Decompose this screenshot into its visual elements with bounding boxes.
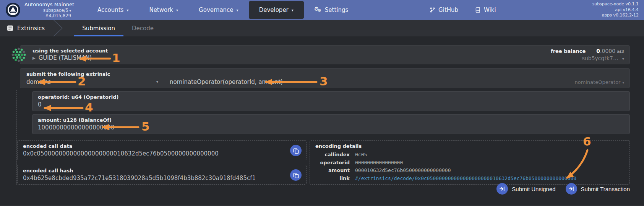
free-balance-line: free balance0.0000ai3 <box>551 48 624 54</box>
selected-account[interactable]: ▶ GUIDE (TALISMAN) <box>32 54 629 61</box>
extrinsic-card: submit the following extrinsic domains ▾… <box>20 68 630 88</box>
encoding-row-link: link #/extrinsics/decode/0x0c05000000000… <box>315 175 624 183</box>
param-operatorid-input[interactable]: 0 <box>38 101 624 108</box>
main-nav: Accounts ▾ Network ▾ Governance ▾ Develo… <box>87 0 358 20</box>
pallet-select[interactable]: domains ▾ <box>26 79 164 85</box>
method-select-short[interactable]: nominateOperator▾ <box>575 79 625 85</box>
param-operatorid: operatorId: u64 (OperatorId) 0 <box>32 91 630 111</box>
main-content: using the selected account ▶ GUIDE (TALI… <box>0 36 644 206</box>
account-address-dropdown[interactable]: sub5ycgtk7…▾ <box>551 55 624 61</box>
top-nav-bar: Autonomys Mainnet subspace/5▾ #4,015,829… <box>0 0 644 20</box>
sign-in-icon <box>566 183 577 195</box>
encoded-call-hash-value: 0x4b625e8cbded935a72c71e5318039028a5d5b1… <box>23 175 301 182</box>
chevron-down-icon: ▾ <box>156 80 158 84</box>
page-tab-bar: Extrinsics Submission Decode <box>0 20 644 36</box>
version-info: subspace-node v0.1.1 api v16.4.4 apps v0… <box>592 2 639 18</box>
encoded-call-hash-label: encoded call hash <box>23 168 301 174</box>
encoded-call-hash-box: encoded call hash 0x4b625e8cbded935a72c7… <box>17 165 307 185</box>
nav-item-network[interactable]: Network ▾ <box>139 0 188 20</box>
param-operatorid-label: operatorId: u64 (OperatorId) <box>38 94 624 100</box>
params-indent-outline <box>27 91 27 134</box>
decode-link[interactable]: #/extrinsics/decode/0x0c0500000000000000… <box>355 175 576 183</box>
node-version: subspace-node v0.1.1 <box>592 2 639 7</box>
copy-call-data-button[interactable] <box>290 145 302 156</box>
encoding-details-rows: callindex 0c05 operatorid 00000000000000… <box>315 151 624 182</box>
submit-unsigned-button[interactable]: Submit Unsigned <box>496 183 555 195</box>
runtime-version[interactable]: subspace/5▾ <box>24 8 71 13</box>
api-version: api v16.4.4 <box>592 7 639 13</box>
encoded-call-data-label: encoded call data <box>23 143 301 149</box>
copy-call-hash-button[interactable] <box>290 169 302 181</box>
tabs: Submission Decode <box>74 20 162 36</box>
extrinsics-icon <box>7 25 13 31</box>
param-amount-input[interactable]: 100000000000000000000 <box>38 124 624 131</box>
book-icon <box>475 7 481 13</box>
apps-version: apps v0.162.2-12 <box>592 13 639 18</box>
account-card: using the selected account ▶ GUIDE (TALI… <box>20 45 630 64</box>
balance-integer: 0 <box>596 48 600 54</box>
wiki-link[interactable]: Wiki <box>467 7 504 13</box>
chevron-down-icon: ▾ <box>127 8 128 12</box>
chevron-down-icon: ▾ <box>622 57 624 61</box>
encoding-row-amount: amount 000010632d5ec76b0500000000000000 <box>315 167 624 175</box>
balance-fraction: .0000 <box>600 48 615 54</box>
encoding-row-callindex: callindex 0c05 <box>315 151 624 159</box>
encoding-details-title: encoding details <box>315 143 624 149</box>
chevron-down-icon: ▾ <box>69 9 71 13</box>
pallet-select-value: domains <box>26 79 51 85</box>
account-main: using the selected account ▶ GUIDE (TALI… <box>20 46 629 61</box>
autonomys-logo-icon[interactable] <box>5 2 21 18</box>
sign-in-icon <box>496 183 508 195</box>
chevron-down-icon: ▾ <box>237 8 238 12</box>
method-signature: nominateOperator(operatorId, amount) <box>170 79 283 85</box>
free-balance-label: free balance <box>551 48 586 54</box>
nav-item-governance[interactable]: Governance ▾ <box>188 0 249 20</box>
encoding-row-operatorid: operatorid 0000000000000000 <box>315 159 624 167</box>
tab-submission[interactable]: Submission <box>74 20 123 36</box>
nav-item-accounts[interactable]: Accounts ▾ <box>87 0 139 20</box>
network-name: Autonomys Mainnet <box>24 2 71 8</box>
chevron-down-icon: ▾ <box>176 8 178 12</box>
header-right: GitHub Wiki subspace-node v0.1.1 api v16… <box>421 0 644 20</box>
extrinsic-section-label: submit the following extrinsic <box>26 71 110 77</box>
account-identicon[interactable] <box>11 47 26 62</box>
section-title-label: Extrinsics <box>17 25 45 32</box>
gear-icon: ⚙⚙ <box>314 7 322 13</box>
param-amount: amount: u128 (BalanceOf) 100000000000000… <box>32 114 630 134</box>
chevron-down-icon: ▾ <box>292 8 294 12</box>
submit-transaction-button[interactable]: Submit Transaction <box>566 183 630 195</box>
action-buttons: Submit Unsigned Submit Transaction <box>496 183 630 195</box>
git-branch-icon <box>430 7 435 13</box>
nav-item-settings[interactable]: ⚙⚙ Settings <box>304 0 359 20</box>
network-info[interactable]: Autonomys Mainnet subspace/5▾ #4,015,829 <box>24 2 71 19</box>
balance-unit: ai3 <box>617 49 624 54</box>
encoding-details-box: encoding details callindex 0c05 operator… <box>310 140 630 185</box>
copy-icon <box>293 148 299 154</box>
chevron-down-icon: ▾ <box>622 81 624 85</box>
encoded-call-data-value: 0x0c050000000000000000000010632d5ec76b05… <box>23 150 301 157</box>
section-title: Extrinsics <box>0 20 52 36</box>
method-select[interactable]: nominateOperator(operatorId, amount) <box>170 79 283 85</box>
tab-decode[interactable]: Decode <box>123 20 162 36</box>
account-name: GUIDE (TALISMAN) <box>39 54 92 61</box>
expander-triangle-icon: ▶ <box>32 56 36 60</box>
param-amount-label: amount: u128 (BalanceOf) <box>38 117 624 123</box>
account-address-short: sub5ycgtk7… <box>582 55 618 61</box>
nav-item-developer[interactable]: Developer ▾ <box>249 1 304 19</box>
github-link[interactable]: GitHub <box>421 7 467 13</box>
copy-icon <box>293 172 299 178</box>
params-outline <box>16 90 17 185</box>
account-section-label: using the selected account <box>32 48 629 54</box>
breadcrumb-chevron <box>52 20 64 36</box>
best-block-number: #4,015,829 <box>24 13 71 18</box>
encoded-call-data-box: encoded call data 0x0c050000000000000000… <box>17 140 307 160</box>
account-balance-block: free balance0.0000ai3 sub5ycgtk7…▾ <box>551 48 624 61</box>
